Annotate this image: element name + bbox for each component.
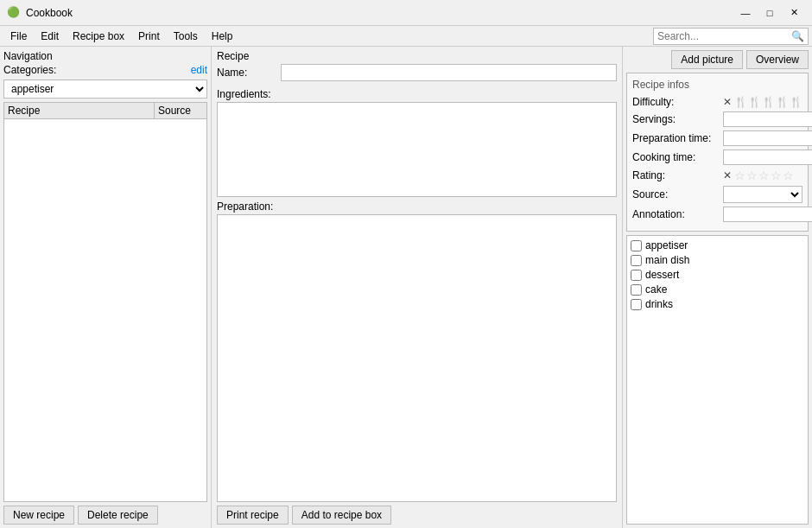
category-item-appetiser: appetiser	[631, 239, 804, 251]
col-header-recipe: Recipe	[4, 103, 155, 118]
cook-time-row: Cooking time:	[632, 149, 802, 165]
left-buttons: New recipe Delete recipe	[3, 506, 207, 525]
menu-help[interactable]: Help	[205, 29, 240, 44]
center-panel: Recipe Name: Ingredients: Preparation: P…	[212, 47, 622, 528]
edit-categories-link[interactable]: edit	[191, 64, 207, 76]
source-select[interactable]	[723, 186, 802, 203]
star-5[interactable]: ☆	[783, 169, 794, 182]
menu-edit[interactable]: Edit	[34, 29, 66, 44]
difficulty-label: Difficulty:	[632, 96, 723, 108]
category-item-main-dish: main dish	[631, 254, 804, 266]
difficulty-4[interactable]: 🍴	[776, 96, 789, 108]
navigation-label: Navigation	[3, 50, 207, 62]
checkbox-dessert[interactable]	[631, 270, 642, 281]
difficulty-2[interactable]: 🍴	[748, 96, 761, 108]
difficulty-clear[interactable]: ✕	[723, 96, 732, 108]
rating-stars[interactable]: ✕ ☆ ☆ ☆ ☆ ☆	[723, 169, 794, 182]
categories-row: Categories: edit	[3, 64, 207, 76]
annotation-label: Annotation:	[632, 208, 723, 220]
cook-time-label: Cooking time:	[632, 151, 723, 163]
recipe-infos-box: Recipe infos Difficulty: ✕ 🍴 🍴 🍴 🍴 🍴 Ser…	[626, 73, 809, 232]
source-row: Source:	[632, 186, 802, 203]
search-box: 🔍	[653, 28, 809, 45]
difficulty-3[interactable]: 🍴	[762, 96, 775, 108]
prep-time-row: Preparation time:	[632, 130, 802, 146]
recipe-list: Recipe Source	[3, 102, 207, 502]
checkbox-cake[interactable]	[631, 284, 642, 296]
rating-clear[interactable]: ✕	[723, 169, 732, 181]
menu-print[interactable]: Print	[131, 29, 167, 44]
right-panel: Add picture Overview Recipe infos Diffic…	[622, 47, 812, 528]
name-input[interactable]	[281, 64, 617, 81]
app-title: Cookbook	[26, 7, 734, 19]
annotation-input[interactable]	[723, 207, 812, 222]
name-row: Name:	[217, 64, 617, 81]
annotation-row: Annotation:	[632, 207, 802, 222]
difficulty-1[interactable]: 🍴	[734, 96, 747, 108]
app-icon: 🟢	[7, 6, 21, 20]
title-bar: 🟢 Cookbook — □ ✕	[0, 0, 812, 26]
servings-label: Servings:	[632, 113, 723, 125]
search-input[interactable]	[657, 30, 791, 42]
menu-bar: File Edit Recipe box Print Tools Help 🔍	[0, 26, 812, 47]
print-recipe-button[interactable]: Print recipe	[217, 506, 289, 525]
star-2[interactable]: ☆	[746, 169, 758, 182]
recipe-infos-title: Recipe infos	[632, 79, 802, 91]
ingredients-textarea[interactable]	[217, 102, 617, 197]
label-dessert: dessert	[645, 269, 679, 281]
servings-input[interactable]	[723, 111, 812, 127]
minimize-button[interactable]: —	[734, 4, 757, 22]
star-1[interactable]: ☆	[734, 169, 745, 182]
difficulty-icons[interactable]: ✕ 🍴 🍴 🍴 🍴 🍴	[723, 96, 802, 108]
preparation-textarea[interactable]	[217, 214, 617, 502]
category-item-cake: cake	[631, 283, 804, 296]
right-top-buttons: Add picture Overview	[626, 50, 809, 69]
star-4[interactable]: ☆	[771, 169, 782, 182]
rating-row: Rating: ✕ ☆ ☆ ☆ ☆ ☆	[632, 169, 802, 182]
menu-recipe-box[interactable]: Recipe box	[66, 29, 131, 44]
delete-recipe-button[interactable]: Delete recipe	[78, 506, 158, 525]
center-buttons: Print recipe Add to recipe box	[217, 506, 617, 525]
difficulty-5[interactable]: 🍴	[790, 96, 802, 108]
cook-time-input[interactable]	[723, 149, 812, 165]
categories-checkboxes-box: appetiser main dish dessert cake drinks	[626, 235, 809, 525]
prep-time-label: Preparation time:	[632, 132, 723, 144]
ingredients-label: Ingredients:	[217, 88, 617, 100]
label-appetiser: appetiser	[645, 239, 688, 251]
categories-label: Categories:	[3, 64, 56, 76]
menu-file[interactable]: File	[3, 29, 34, 44]
window-controls: — □ ✕	[734, 4, 805, 22]
maximize-button[interactable]: □	[758, 4, 781, 22]
name-label: Name:	[217, 67, 277, 79]
checkbox-appetiser[interactable]	[631, 240, 642, 251]
category-item-dessert: dessert	[631, 269, 804, 281]
preparation-label: Preparation:	[217, 200, 617, 213]
close-button[interactable]: ✕	[783, 4, 805, 22]
label-drinks: drinks	[645, 298, 673, 310]
recipe-section-label: Recipe	[217, 50, 617, 62]
checkbox-drinks[interactable]	[631, 299, 642, 310]
rating-label: Rating:	[632, 169, 723, 181]
menu-tools[interactable]: Tools	[167, 29, 205, 44]
star-3[interactable]: ☆	[758, 169, 770, 182]
main-area: Navigation Categories: edit appetiser ma…	[0, 47, 812, 528]
left-panel: Navigation Categories: edit appetiser ma…	[0, 47, 212, 528]
search-icon: 🔍	[791, 30, 804, 42]
difficulty-row: Difficulty: ✕ 🍴 🍴 🍴 🍴 🍴	[632, 96, 802, 108]
overview-button[interactable]: Overview	[746, 50, 809, 69]
add-picture-button[interactable]: Add picture	[671, 50, 743, 69]
add-to-recipe-box-button[interactable]: Add to recipe box	[292, 506, 391, 525]
recipe-list-header: Recipe Source	[4, 103, 206, 119]
label-cake: cake	[645, 283, 667, 296]
checkbox-main-dish[interactable]	[631, 255, 642, 266]
new-recipe-button[interactable]: New recipe	[3, 506, 74, 525]
prep-time-input[interactable]	[723, 130, 812, 146]
category-item-drinks: drinks	[631, 298, 804, 310]
category-dropdown[interactable]: appetiser main dish dessert cake drinks	[3, 80, 207, 99]
source-label: Source:	[632, 188, 723, 200]
label-main-dish: main dish	[645, 254, 689, 266]
servings-row: Servings:	[632, 111, 802, 127]
col-header-source: Source	[155, 103, 206, 118]
